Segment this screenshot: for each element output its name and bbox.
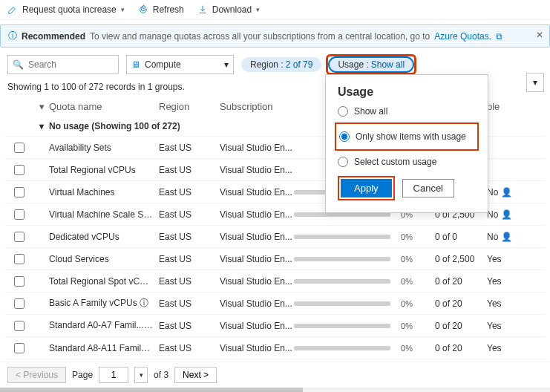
usage-cell: 0 of 20: [435, 343, 487, 353]
page-input[interactable]: [99, 367, 128, 383]
close-icon[interactable]: ✕: [536, 30, 543, 40]
usage-bar: [294, 257, 390, 261]
table-row[interactable]: Standard A0-A7 Famil... ⓘEast USVisual S…: [4, 314, 546, 336]
quota-name: Standard A0-A7 Famil... ⓘ: [49, 319, 159, 332]
adjustable-cell: Yes: [487, 254, 517, 264]
subscription-cell: Visual Studio En...: [220, 143, 294, 153]
quota-name: Availability Sets: [49, 143, 159, 153]
usage-bar: [294, 235, 390, 239]
quota-name: Total Regional Spot vCPUs: [49, 276, 159, 287]
search-icon: 🔍: [13, 59, 24, 70]
usage-cell: 0 of 20: [435, 276, 487, 287]
compute-icon: 🖥: [131, 59, 140, 70]
next-button[interactable]: Next >: [174, 367, 217, 383]
view-dropdown[interactable]: ▾: [526, 73, 544, 92]
usage-opt-custom[interactable]: Select custom usage: [338, 157, 476, 167]
download-icon: [197, 4, 208, 15]
usage-bar: [294, 324, 390, 328]
region-cell: East US: [159, 209, 220, 220]
usage-opt-showall[interactable]: Show all: [338, 106, 476, 117]
table-row[interactable]: Basic A Family vCPUs ⓘEast USVisual Stud…: [4, 292, 546, 314]
request-quota-label: Request quota increase: [22, 4, 117, 15]
row-checkbox[interactable]: [14, 254, 24, 264]
azure-quotas-link[interactable]: Azure Quotas.: [434, 31, 491, 42]
table-row[interactable]: Total Regional Spot vCPUsEast USVisual S…: [4, 270, 546, 292]
region-filter-value: 2 of 79: [286, 59, 313, 70]
download-label: Download: [212, 4, 252, 15]
usage-cell: 0 of 20: [435, 321, 487, 331]
chevron-down-icon: ▾: [256, 6, 260, 13]
page-dropdown[interactable]: ▾: [134, 367, 148, 383]
chevron-down-icon: ▾: [121, 6, 125, 13]
col-region[interactable]: Region: [159, 101, 220, 112]
search-input[interactable]: 🔍: [7, 55, 119, 74]
adjustable-cell: Yes: [487, 276, 517, 287]
download-button[interactable]: Download ▾: [197, 4, 260, 15]
col-adjustable[interactable]: ble: [487, 101, 517, 112]
region-cell: East US: [159, 321, 220, 331]
refresh-label: Refresh: [153, 4, 184, 15]
usage-bar: [294, 346, 390, 350]
region-cell: East US: [159, 187, 220, 197]
row-checkbox[interactable]: [14, 165, 24, 175]
table-row[interactable]: Cloud ServicesEast USVisual Studio En...…: [4, 247, 546, 270]
row-checkbox[interactable]: [14, 276, 24, 287]
request-quota-button[interactable]: Request quota increase ▾: [7, 4, 125, 15]
region-cell: East US: [159, 165, 220, 175]
radio-withusage[interactable]: [339, 131, 350, 142]
row-checkbox[interactable]: [14, 343, 24, 353]
usage-pct: 0%: [396, 344, 413, 353]
col-subscription[interactable]: Subscription: [220, 101, 294, 112]
provider-select[interactable]: 🖥 Compute ▾: [126, 55, 234, 74]
usage-opt-withusage[interactable]: Only show items with usage: [339, 131, 474, 142]
adjustable-cell: No 👤: [487, 232, 517, 242]
opt3-label: Select custom usage: [354, 157, 436, 167]
usage-filter-value: Show all: [371, 59, 405, 70]
subscription-cell: Visual Studio En...: [220, 298, 294, 309]
subscription-cell: Visual Studio En...: [220, 165, 294, 175]
table-row[interactable]: Dedicated vCPUsEast USVisual Studio En..…: [4, 225, 546, 247]
usage-cell: 0 of 20: [435, 298, 487, 309]
person-icon: 👤: [501, 232, 512, 242]
quota-name: Total Regional vCPUs: [49, 165, 159, 175]
prev-button[interactable]: < Previous: [7, 367, 66, 383]
chevron-down-icon[interactable]: ▾: [34, 121, 49, 131]
usage-filter-pill[interactable]: Usage : Show all: [329, 57, 413, 72]
page-total: of 3: [154, 370, 168, 380]
person-icon: 👤: [501, 187, 512, 197]
expand-toggle[interactable]: ▾: [34, 101, 49, 112]
quota-name: Virtual Machine Scale Sets: [49, 209, 159, 220]
adjustable-cell: Yes: [487, 298, 517, 309]
person-icon: 👤: [501, 209, 512, 220]
quota-name: Standard A8-A11 Family ...: [49, 343, 159, 353]
region-filter-pill[interactable]: Region : 2 of 79: [241, 57, 321, 72]
radio-custom[interactable]: [338, 157, 348, 167]
refresh-button[interactable]: Refresh: [138, 4, 184, 15]
row-checkbox[interactable]: [14, 143, 24, 153]
col-quota[interactable]: Quota name: [49, 101, 159, 112]
subscription-cell: Visual Studio En...: [220, 209, 294, 220]
row-checkbox[interactable]: [14, 209, 24, 220]
popup-title: Usage: [338, 85, 476, 99]
usage-pct: 0%: [396, 232, 413, 241]
usage-cell: 0 of 0: [435, 232, 487, 242]
radio-showall[interactable]: [338, 106, 348, 117]
quota-name: Virtual Machines: [49, 187, 159, 197]
chevron-down-icon: ▾: [224, 59, 229, 70]
info-icon: ⓘ: [8, 30, 17, 42]
row-checkbox[interactable]: [14, 232, 24, 242]
filter-bar: 🔍 🖥 Compute ▾ Region : 2 of 79 Usage : S…: [0, 52, 550, 77]
row-checkbox[interactable]: [14, 187, 24, 197]
usage-pct: 0%: [396, 277, 413, 286]
row-checkbox[interactable]: [14, 298, 24, 309]
subscription-cell: Visual Studio En...: [220, 254, 294, 264]
apply-button[interactable]: Apply: [341, 179, 392, 197]
usage-pct: 0%: [396, 299, 413, 308]
search-field[interactable]: [28, 59, 114, 70]
region-cell: East US: [159, 276, 220, 287]
horizontal-scrollbar[interactable]: [0, 388, 550, 392]
top-toolbar: Request quota increase ▾ Refresh Downloa…: [0, 0, 550, 20]
cancel-button[interactable]: Cancel: [402, 179, 454, 197]
row-checkbox[interactable]: [14, 321, 24, 331]
table-row[interactable]: Standard A8-A11 Family ...East USVisual …: [4, 336, 546, 359]
